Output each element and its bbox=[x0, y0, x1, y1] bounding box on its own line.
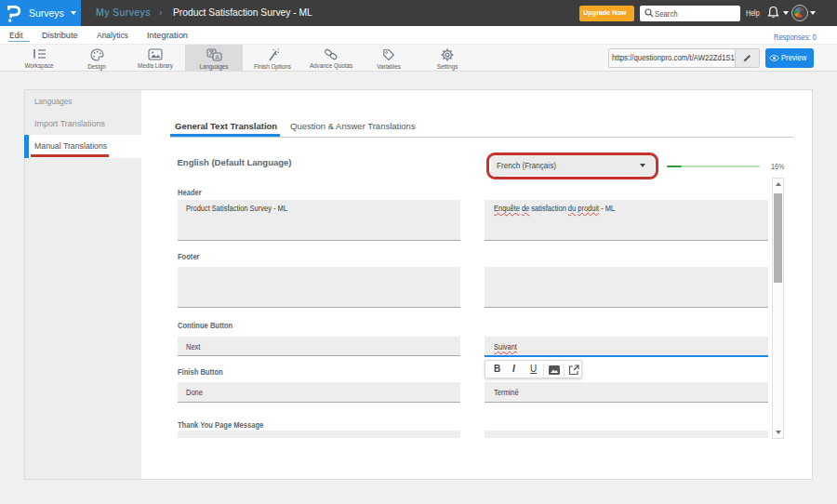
svg-text:A: A bbox=[215, 53, 219, 60]
